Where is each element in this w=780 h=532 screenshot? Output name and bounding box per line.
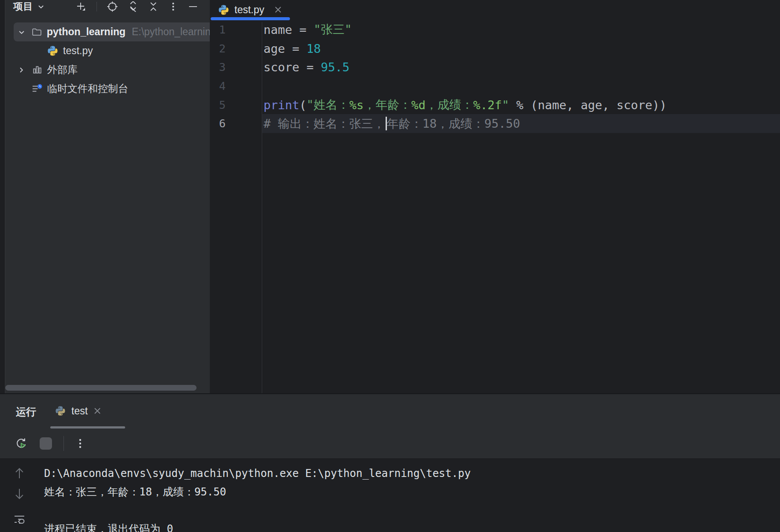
code-line-text: name = "张三" [262, 20, 780, 39]
console-line: 姓名：张三，年龄：18，成绩：95.50 [44, 483, 780, 501]
tree-row-external-libraries[interactable]: 外部库 [5, 60, 210, 79]
more-icon[interactable] [168, 2, 178, 11]
add-icon[interactable] [75, 1, 87, 12]
tool-window-stripe [0, 0, 5, 393]
library-icon [32, 64, 43, 75]
code-line[interactable]: 1name = "张三" [210, 20, 780, 39]
project-panel: 项目 [5, 0, 210, 393]
line-number[interactable]: 6 [210, 117, 262, 130]
toolbar-divider [63, 436, 64, 451]
project-tree: python_learning E:\python_learning test.… [5, 19, 210, 98]
file-name: test.py [63, 45, 93, 57]
hide-panel-icon[interactable] [188, 1, 198, 12]
project-root-name: python_learning [47, 26, 126, 38]
run-tab-label: test [71, 405, 88, 417]
code-line-text: score = 95.5 [262, 58, 780, 77]
toolbar-divider [97, 2, 97, 11]
more-icon[interactable] [75, 438, 85, 449]
editor-tab-test-py[interactable]: test.py [211, 0, 289, 19]
console-line: D:\Anaconda\envs\syudy_machin\python.exe… [44, 464, 780, 483]
scratches-icon [31, 83, 43, 95]
active-tab-indicator [211, 17, 290, 20]
editor: test.py 1name = "张三"2age = 183score = 95… [210, 0, 780, 393]
locate-icon[interactable] [107, 1, 118, 12]
line-number[interactable]: 5 [210, 99, 262, 111]
tree-row-scratches[interactable]: 临时文件和控制台 [5, 79, 210, 98]
tree-row-project-root[interactable]: python_learning E:\python_learning [14, 22, 210, 41]
folder-icon [31, 26, 42, 37]
console-output[interactable]: D:\Anaconda\envs\syudy_machin\python.exe… [39, 459, 780, 532]
console-line [44, 501, 780, 520]
line-number[interactable]: 4 [210, 80, 262, 92]
gutter-divider [262, 22, 262, 393]
scratches-label: 临时文件和控制台 [47, 82, 128, 96]
ide-window: 项目 [0, 0, 780, 532]
python-file-icon [47, 45, 59, 57]
chevron-right-icon[interactable] [17, 66, 26, 74]
project-root-path: E:\python_learning [132, 26, 210, 38]
line-number[interactable]: 2 [210, 42, 262, 55]
project-panel-actions [75, 1, 210, 12]
code-line-text: print("姓名：%s，年龄：%d，成绩：%.2f" % (name, age… [262, 96, 780, 115]
collapse-all-icon[interactable] [148, 1, 159, 12]
tree-row-test-py[interactable]: test.py [5, 41, 210, 60]
python-file-icon [55, 405, 66, 417]
run-tool-window: 运行 test [0, 393, 780, 532]
expand-all-icon[interactable] [128, 1, 138, 12]
code-line[interactable]: 2age = 18 [210, 39, 780, 58]
run-active-tab-indicator [50, 426, 125, 429]
up-arrow-icon[interactable] [13, 466, 26, 480]
external-libraries-label: 外部库 [47, 63, 78, 77]
code-line[interactable]: 5print("姓名：%s，年龄：%d，成绩：%.2f" % (name, ag… [210, 96, 780, 115]
code-line[interactable]: 6# 输出：姓名：张三，年龄：18，成绩：95.50 [210, 114, 780, 133]
code-line[interactable]: 3score = 95.5 [210, 58, 780, 77]
line-number[interactable]: 3 [210, 61, 262, 74]
project-panel-title[interactable]: 项目 [13, 0, 33, 13]
run-console: D:\Anaconda\envs\syudy_machin\python.exe… [0, 458, 780, 532]
code-line-text: age = 18 [262, 39, 780, 58]
run-panel-title[interactable]: 运行 [16, 405, 36, 419]
run-tab-test[interactable]: test [50, 394, 106, 428]
stop-icon[interactable] [40, 437, 52, 450]
rerun-icon[interactable] [14, 436, 28, 451]
code-line-text: # 输出：姓名：张三，年龄：18，成绩：95.50 [262, 114, 780, 133]
run-panel-header: 运行 test [0, 394, 780, 429]
run-toolbar [0, 429, 780, 458]
close-icon[interactable] [93, 406, 102, 415]
chevron-down-icon[interactable] [37, 2, 45, 11]
soft-wrap-icon[interactable] [13, 513, 26, 526]
console-line: 进程已结束，退出代码为 0 [44, 520, 780, 532]
close-icon[interactable] [274, 5, 282, 14]
editor-tab-label: test.py [234, 4, 264, 16]
line-number[interactable]: 1 [210, 23, 262, 36]
code-line-text [262, 77, 780, 96]
console-toolbar [0, 459, 39, 532]
editor-tab-bar: test.py [210, 0, 780, 22]
chevron-down-icon[interactable] [17, 28, 26, 37]
code-line[interactable]: 4 [210, 77, 780, 96]
horizontal-scrollbar[interactable] [5, 385, 197, 391]
project-panel-header: 项目 [5, 0, 210, 13]
code-editor[interactable]: 1name = "张三"2age = 183score = 95.545prin… [210, 20, 780, 393]
python-file-icon [218, 4, 230, 16]
down-arrow-icon[interactable] [13, 487, 26, 501]
